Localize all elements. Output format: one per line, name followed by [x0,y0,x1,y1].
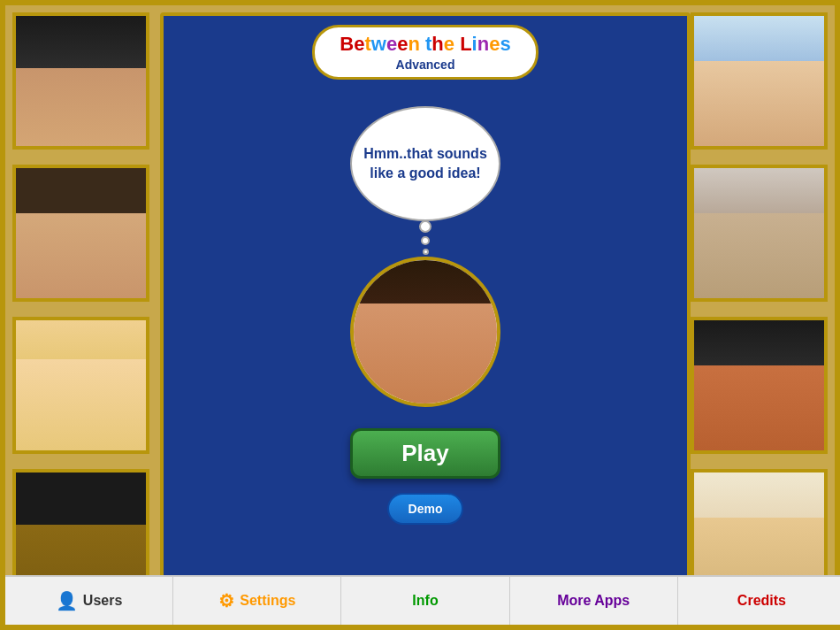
title-line2: Advanced [340,58,510,72]
info-label: Info [412,593,438,609]
thought-bubble-text: Hmm..that sounds like a good idea! [352,135,499,193]
bottom-nav: 👤 Users ⚙ Settings Info More Apps Credit… [5,575,840,625]
title-area: Between the Lines Advanced [312,25,538,80]
thought-dot-large [419,220,431,233]
character-circle [350,257,500,407]
nav-info[interactable]: Info [341,577,509,625]
portrait-top-left [12,12,149,150]
main-panel: Between the Lines Advanced Hmm..that sou… [160,12,691,588]
outer-frame: Between the Lines Advanced Hmm..that sou… [0,0,840,630]
portrait-face-bl1 [16,320,146,450]
thought-dots [419,220,431,255]
thought-dot-medium [421,236,430,245]
portrait-mid-left [12,165,149,302]
portrait-face-mr [694,168,824,298]
character-face [354,260,497,403]
credits-label: Credits [737,593,786,609]
users-label: Users [83,593,122,609]
portrait-face-ml [16,168,146,298]
thought-bubble: Hmm..that sounds like a good idea! [350,106,500,221]
portrait-mid-right [691,165,828,302]
thought-dot-small [423,249,429,255]
portrait-bot-right-1 [691,317,828,454]
portrait-face-tr [694,16,824,146]
settings-icon: ⚙ [218,590,234,611]
nav-settings[interactable]: ⚙ Settings [173,577,341,625]
play-button[interactable]: Play [350,428,500,479]
nav-more-apps[interactable]: More Apps [510,577,678,625]
more-apps-label: More Apps [557,593,630,609]
title-line1: Between the Lines [340,33,510,56]
demo-button[interactable]: Demo [387,493,464,525]
nav-users[interactable]: 👤 Users [5,577,173,625]
portrait-bot-left-1 [12,317,149,454]
nav-credits[interactable]: Credits [678,577,840,625]
portrait-face-br1 [694,320,824,450]
users-icon: 👤 [56,590,78,611]
settings-label: Settings [240,593,295,609]
portrait-face-tl [16,16,146,146]
portrait-top-right [691,12,828,150]
